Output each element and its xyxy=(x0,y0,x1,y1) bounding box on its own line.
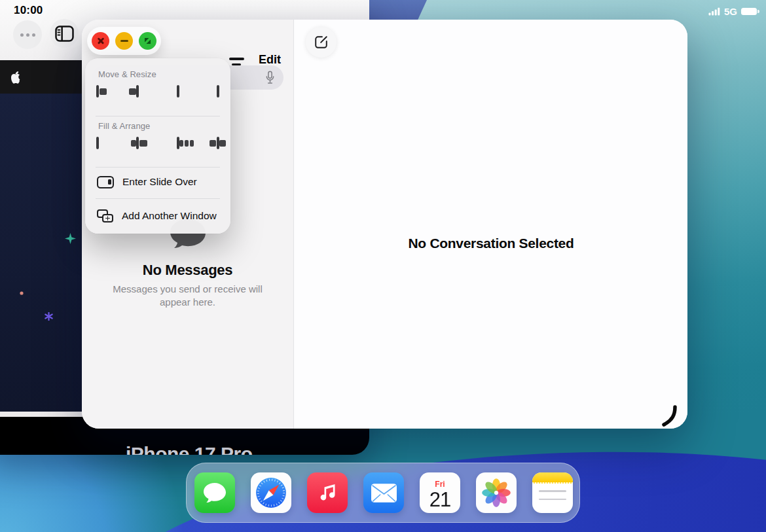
asterisk-sparkle-icon xyxy=(45,312,53,321)
conversation-pane: No Conversation Selected xyxy=(295,20,687,429)
window-controls xyxy=(87,27,161,55)
window-options-button[interactable] xyxy=(13,20,42,49)
music-app-icon xyxy=(316,481,339,505)
signal-icon xyxy=(708,7,720,16)
menu-divider xyxy=(96,198,220,199)
ipad-screen: iPhone 17 Pro Edit xyxy=(0,0,766,532)
tile-right-button[interactable] xyxy=(136,86,139,96)
menu-item-enter-slide-over[interactable]: Enter Slide Over xyxy=(85,171,230,193)
menu-item-add-another-window[interactable]: Add Another Window xyxy=(85,205,230,227)
tile-bottom-button[interactable] xyxy=(217,86,219,96)
mail-app-icon xyxy=(371,483,397,503)
calendar-weekday: Fri xyxy=(435,480,445,489)
mic-icon[interactable] xyxy=(265,71,275,84)
notes-line xyxy=(539,499,566,501)
status-time: 10:00 xyxy=(14,4,43,17)
empty-state-title: No Messages xyxy=(82,262,293,279)
dock-icon-music[interactable] xyxy=(307,472,348,513)
minimize-button[interactable] xyxy=(115,32,133,50)
resize-handle-icon[interactable] xyxy=(661,404,678,429)
fullscreen-icon xyxy=(143,37,152,45)
section-label: Move & Resize xyxy=(98,69,156,79)
three-columns-icon xyxy=(177,137,179,149)
fill-screen-button[interactable] xyxy=(96,138,99,148)
network-label: 5G xyxy=(724,6,737,17)
grid-quarters-button[interactable] xyxy=(217,138,219,148)
filter-icon xyxy=(229,58,244,60)
no-conversation-title: No Conversation Selected xyxy=(295,236,687,251)
notes-line xyxy=(539,490,566,492)
tile-right-icon xyxy=(136,85,139,98)
compose-icon xyxy=(313,34,329,50)
split-view-icon xyxy=(136,137,139,149)
apple-logo-icon[interactable] xyxy=(9,70,22,84)
close-button[interactable] xyxy=(92,32,109,50)
fullscreen-button[interactable] xyxy=(139,32,156,50)
section-label: Fill & Arrange xyxy=(98,121,150,131)
tile-bottom-icon xyxy=(217,85,219,98)
messages-app-icon xyxy=(202,481,228,505)
battery-icon xyxy=(741,8,757,16)
fill-screen-icon xyxy=(96,137,99,149)
tile-left-button[interactable] xyxy=(96,86,99,96)
slide-over-icon xyxy=(97,176,114,188)
dock-icon-mail[interactable] xyxy=(363,472,404,513)
photos-app-icon xyxy=(480,476,513,509)
empty-state-subtitle: Messages you send or receive will appear… xyxy=(109,283,267,309)
menu-divider xyxy=(96,167,220,168)
edit-button[interactable]: Edit xyxy=(259,53,281,67)
menu-item-label: Add Another Window xyxy=(122,210,217,222)
menu-item-label: Enter Slide Over xyxy=(122,176,197,188)
notes-yellow-header xyxy=(532,472,573,484)
wallpaper-bottom-glow xyxy=(0,450,216,532)
grid-quarters-icon xyxy=(217,137,219,149)
page-heading: iPhone 17 Pro xyxy=(126,443,253,455)
dot-sparkle-icon xyxy=(20,291,24,295)
compose-button[interactable] xyxy=(306,27,337,58)
add-window-icon xyxy=(97,209,113,222)
dock-icon-photos[interactable] xyxy=(476,472,517,513)
dock-icon-messages[interactable] xyxy=(194,472,235,513)
dock: Fri 21 xyxy=(186,463,580,523)
window-arrange-menu: Move & Resize Fill & Arrange Enter Slide… xyxy=(85,58,230,234)
dock-icon-notes[interactable] xyxy=(532,472,573,513)
status-icons: 5G xyxy=(708,6,757,17)
tile-left-icon xyxy=(96,85,99,98)
menu-divider xyxy=(96,116,220,116)
split-view-button[interactable] xyxy=(136,138,139,148)
tile-top-icon xyxy=(177,85,179,98)
tile-top-button[interactable] xyxy=(177,86,179,96)
sidebar-toggle-button[interactable] xyxy=(50,19,79,48)
sparkle-icon xyxy=(65,233,76,244)
three-columns-button[interactable] xyxy=(177,138,179,148)
calendar-day: 21 xyxy=(429,489,450,510)
dock-icon-calendar[interactable]: Fri 21 xyxy=(420,472,460,513)
sidebar-toggle-icon xyxy=(55,26,74,42)
dock-icon-safari[interactable] xyxy=(251,472,291,513)
safari-app-icon xyxy=(255,476,287,509)
